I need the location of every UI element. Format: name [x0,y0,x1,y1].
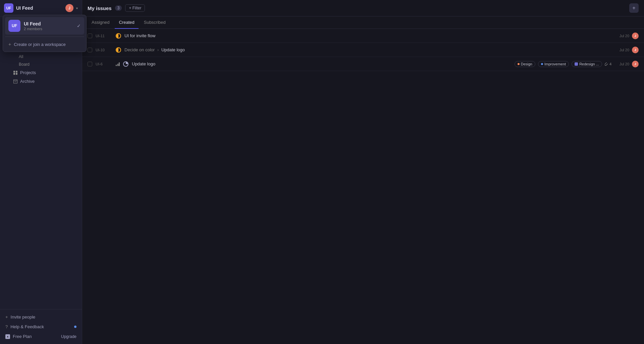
archive-icon [13,79,17,83]
sidebar-item-all[interactable]: All [1,53,80,60]
tabs-bar: Assigned Created Subscribed [82,16,644,29]
issue-date: Jul 20 [614,48,629,52]
svg-rect-1 [14,79,17,80]
tab-assigned[interactable]: Assigned [88,16,113,29]
invite-people-label: Invite people [11,314,36,320]
create-workspace-item[interactable]: + Create or join a workspace [5,39,84,50]
issue-title: Decide on color › Update logo [124,47,611,52]
help-feedback-label: Help & Feedback [10,324,44,329]
improvement-label-badge: Improvement [538,61,569,67]
dropdown-workspace-avatar: UF [8,20,20,32]
issue-meta: Design Improvement Redesign ... 4 Jul 20 [515,61,639,67]
workspace-dropdown: UF UI Feed 2 members ✓ + Create or join … [3,15,87,52]
issue-id: UI-6 [96,62,112,66]
design-label-badge: Design [515,61,535,67]
redesign-icon [575,62,578,66]
improvement-label-text: Improvement [544,62,566,66]
sidebar-item-board[interactable]: Board [1,61,80,68]
main-header: My issues 3 + Filter + [82,0,644,16]
issue-count-badge: 3 [115,5,122,11]
tab-created[interactable]: Created [115,16,138,29]
status-progress-icon [123,61,128,67]
filter-button[interactable]: + Filter [125,4,145,12]
create-workspace-label: Create or join a workspace [14,42,66,47]
sidebar-item-projects[interactable]: Projects [1,68,80,77]
main-content: My issues 3 + Filter + Assigned Created … [82,0,644,344]
assignee-avatar: J [632,33,639,39]
issue-meta: Jul 20 J [614,33,639,39]
all-label: All [19,54,23,59]
design-dot [518,63,520,65]
sidebar-item-archive[interactable]: Archive [1,77,80,85]
issue-id: UI-10 [96,48,112,52]
improvement-dot [541,63,543,65]
sidebar-bottom: + Invite people ? Help & Feedback ▲ Free… [0,309,82,344]
redesign-badge: Redesign ... [572,61,602,67]
issue-checkbox[interactable] [88,34,92,38]
plus-icon: + [8,42,11,47]
check-icon: ✓ [77,23,81,28]
table-row[interactable]: UI-11 UI for invite flow Jul 20 J [82,29,644,43]
redesign-label-text: Redesign ... [579,62,599,66]
attachment-number: 4 [609,62,611,66]
filter-label: + Filter [129,6,141,10]
archive-label: Archive [20,79,35,84]
help-icon: ? [5,324,8,329]
tab-subscribed[interactable]: Subscribed [140,16,170,29]
plan-name: Free Plan [13,334,32,339]
sidebar-nav: Your teams ▾ U Ui feed Issues Backlog Al… [0,16,82,309]
table-row[interactable]: UI-6 Update logo Design Improvement Rede… [82,57,644,71]
plan-icon: ▲ [5,334,10,339]
attachment-count: 4 [605,62,611,66]
assignee-avatar: J [632,61,639,67]
assignee-avatar: J [632,47,639,53]
issue-meta: Jul 20 J [614,47,639,53]
issue-date: Jul 20 [614,62,629,66]
plus-invite-icon: + [5,314,8,320]
issue-checkbox[interactable] [88,48,92,52]
workspace-title: UI Feed [16,5,63,11]
issues-list: UI-11 UI for invite flow Jul 20 J UI-10 … [82,29,644,344]
plan-bar: ▲ Free Plan Upgrade [1,332,80,341]
status-half-icon [116,47,121,53]
dropdown-workspace-info: UI Feed 2 members [24,21,73,31]
page-title: My issues [88,5,112,11]
workspace-avatar: UF [4,3,13,13]
design-label-text: Design [521,62,532,66]
sidebar: UF UI Feed J ▾ UF UI Feed 2 members ✓ + … [0,0,82,344]
help-feedback-item[interactable]: ? Help & Feedback [1,322,80,332]
projects-label: Projects [20,70,36,75]
dropdown-workspace-name: UI Feed [24,21,73,26]
upgrade-button[interactable]: Upgrade [61,334,76,339]
issue-title: UI for invite flow [124,33,611,38]
add-button[interactable]: + [629,3,639,13]
paperclip-icon [605,62,608,66]
issue-checkbox[interactable] [88,62,92,66]
grid-icon [13,71,17,75]
issue-id: UI-11 [96,34,112,38]
table-row[interactable]: UI-10 Decide on color › Update logo Jul … [82,43,644,57]
priority-icon [116,62,120,66]
invite-people-item[interactable]: + Invite people [1,312,80,322]
plus-icon: + [632,5,635,11]
issue-title: Update logo [132,61,511,66]
dropdown-workspace-item[interactable]: UF UI Feed 2 members ✓ [5,17,84,35]
notification-dot [74,326,76,328]
user-avatar: J [65,4,73,12]
dropdown-divider [5,37,84,37]
workspace-switcher[interactable]: UF UI Feed J ▾ [0,0,82,16]
issue-date: Jul 20 [614,34,629,38]
dropdown-workspace-members: 2 members [24,27,73,31]
chevron-down-icon: ▾ [76,6,78,10]
status-half-icon [116,33,121,39]
board-label: Board [19,62,30,67]
